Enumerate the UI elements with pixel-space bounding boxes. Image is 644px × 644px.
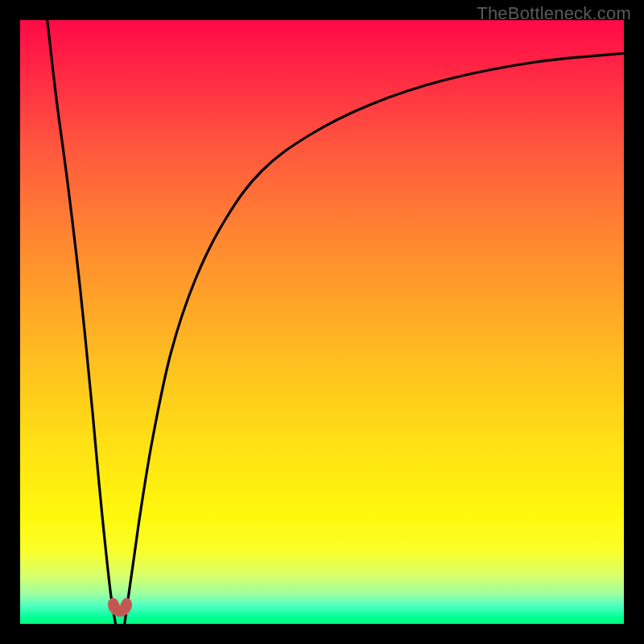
bottleneck-curve bbox=[20, 20, 624, 624]
curve-right-branch bbox=[125, 53, 624, 624]
curve-left-branch bbox=[47, 20, 116, 624]
watermark-text: TheBottleneck.com bbox=[477, 3, 631, 24]
heart-icon bbox=[106, 594, 134, 618]
chart-frame: TheBottleneck.com bbox=[0, 0, 644, 644]
plot-area bbox=[20, 20, 624, 624]
